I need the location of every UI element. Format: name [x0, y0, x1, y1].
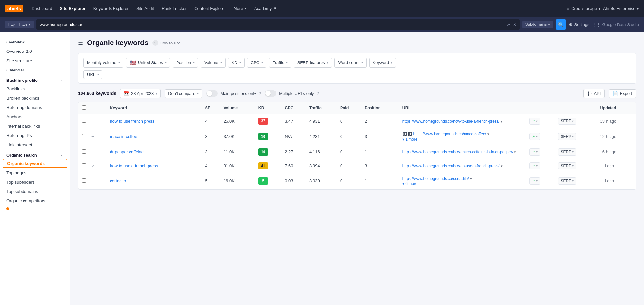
select-all-checkbox[interactable] [82, 105, 86, 110]
row-checkbox[interactable] [82, 134, 86, 138]
main-positions-toggle[interactable] [206, 90, 218, 97]
sidebar-item-top-pages[interactable]: Top pages [0, 168, 70, 177]
sidebar-item-backlinks[interactable]: Backlinks [0, 84, 70, 93]
nav-site-explorer[interactable]: Site Explorer [57, 4, 89, 13]
nav-enterprise[interactable]: Ahrefs Enterprise ▾ [603, 6, 639, 11]
col-paid[interactable]: Paid [338, 102, 362, 114]
filter-country[interactable]: 🇺🇸 United States ▾ [126, 58, 170, 68]
url-more-link[interactable]: ▾ 1 more [402, 137, 418, 142]
url-link[interactable]: https://www.homegrounds.co/maca-coffee/ [413, 132, 486, 136]
serp-button[interactable]: SERP ▾ [558, 177, 576, 185]
filter-volume[interactable]: Volume ▾ [201, 58, 225, 68]
col-checkbox[interactable] [78, 102, 89, 114]
row-checkbox[interactable] [82, 119, 86, 123]
sidebar-item-link-intersect[interactable]: Link intersect [0, 140, 70, 149]
filter-serp-features[interactable]: SERP features ▾ [294, 58, 332, 68]
nav-academy[interactable]: Academy ↗ [251, 4, 280, 13]
keyword-link[interactable]: how to use a french press [110, 163, 158, 168]
keyword-link[interactable]: how to use french press [110, 119, 154, 124]
google-data-studio[interactable]: ⋮⋮ Google Data Studio [592, 22, 639, 27]
keyword-link[interactable]: maca in coffee [110, 134, 137, 139]
nav-keywords-explorer[interactable]: Keywords Explorer [90, 4, 132, 13]
serp-button[interactable]: SERP ▾ [558, 118, 576, 125]
sidebar-item-calendar[interactable]: Calendar [0, 65, 70, 75]
col-traffic[interactable]: Traffic [307, 102, 338, 114]
url-link[interactable]: https://www.homegrounds.co/cortadito/ [402, 176, 469, 181]
url-chevron[interactable]: ▾ [501, 164, 503, 168]
url-more-link[interactable]: ▾ 6 more [402, 181, 418, 186]
col-url[interactable]: URL [400, 102, 598, 114]
row-add-btn[interactable]: + [91, 134, 94, 139]
serp-button[interactable]: SERP ▾ [558, 148, 576, 156]
sidebar-item-referring-ips[interactable]: Referring IPs [0, 131, 70, 140]
col-keyword[interactable]: Keyword [107, 102, 202, 114]
row-checkbox[interactable] [82, 163, 86, 167]
how-to-use-button[interactable]: ? How to use [152, 40, 181, 46]
filter-kd[interactable]: KD ▾ [228, 58, 245, 68]
row-add-btn[interactable]: ✓ [91, 163, 95, 168]
hamburger-icon[interactable]: ☰ [78, 39, 83, 46]
sidebar-item-overview[interactable]: Overview [0, 37, 70, 47]
trend-button[interactable]: ↗ ▾ [529, 148, 540, 156]
export-button[interactable]: 📄 Export [609, 89, 636, 98]
nav-rank-tracker[interactable]: Rank Tracker [159, 4, 190, 13]
keyword-link[interactable]: dr pepper caffeine [110, 149, 144, 154]
filter-word-count[interactable]: Word count ▾ [334, 58, 366, 68]
sidebar-item-referring-domains[interactable]: Referring domains [0, 103, 70, 112]
filter-monthly-volume[interactable]: Monthly volume ▾ [83, 58, 123, 68]
filter-url[interactable]: URL ▾ [83, 70, 102, 79]
close-icon[interactable]: ✕ [513, 22, 516, 27]
external-link-icon[interactable]: ↗ [507, 22, 510, 27]
multiple-urls-toggle[interactable] [265, 90, 276, 97]
col-updated[interactable]: Updated [598, 102, 636, 114]
url-link[interactable]: https://www.homegrounds.co/how-to-use-a-… [402, 119, 499, 124]
trend-button[interactable]: ↗ ▾ [529, 177, 540, 185]
filter-cpc[interactable]: CPC ▾ [247, 58, 266, 68]
sidebar-item-organic-competitors[interactable]: Organic competitors [0, 196, 70, 205]
url-link[interactable]: https://www.homegrounds.co/how-to-use-a-… [402, 164, 499, 168]
row-add-btn[interactable]: + [91, 178, 94, 184]
sidebar-item-internal-backlinks[interactable]: Internal backlinks [0, 121, 70, 131]
api-button[interactable]: { } API [583, 89, 605, 98]
row-checkbox[interactable] [82, 149, 86, 154]
sidebar-item-overview2[interactable]: Overview 2.0 [0, 47, 70, 56]
multiple-urls-help-icon[interactable]: ? [317, 91, 319, 96]
row-checkbox[interactable] [82, 178, 86, 183]
trend-button[interactable]: ↗ ▾ [529, 133, 540, 140]
compare-button[interactable]: Don't compare ▾ [165, 89, 202, 98]
url-link[interactable]: https://www.homegrounds.co/how-much-caff… [402, 150, 513, 154]
logo[interactable]: ahrefs [5, 5, 23, 12]
col-volume[interactable]: Volume [221, 102, 256, 114]
organic-section-arrow[interactable]: ▲ [60, 153, 63, 157]
url-chevron[interactable]: ▾ [487, 132, 489, 136]
col-sf[interactable]: SF [203, 102, 221, 114]
sidebar-item-top-subfolders[interactable]: Top subfolders [0, 177, 70, 187]
filter-position[interactable]: Position ▾ [173, 58, 198, 68]
main-positions-help-icon[interactable]: ? [259, 91, 261, 96]
date-button[interactable]: 📅 28 Apr 2023 ▾ [120, 89, 161, 98]
nav-dashboard[interactable]: Dashboard [28, 4, 55, 13]
col-cpc[interactable]: CPC [282, 102, 307, 114]
sidebar-item-site-structure[interactable]: Site structure [0, 56, 70, 65]
url-input[interactable] [40, 22, 504, 27]
row-add-btn[interactable]: + [91, 149, 94, 155]
sidebar-item-broken-backlinks[interactable]: Broken backlinks [0, 93, 70, 103]
col-position[interactable]: Position [362, 102, 400, 114]
filter-traffic[interactable]: Traffic ▾ [269, 58, 291, 68]
serp-button[interactable]: SERP ▾ [558, 133, 576, 140]
nav-content-explorer[interactable]: Content Explorer [191, 4, 229, 13]
protocol-button[interactable]: http + https ▾ [5, 21, 34, 28]
trend-button[interactable]: ↗ ▾ [529, 162, 540, 169]
nav-credits-usage[interactable]: 🖥 Credits usage ▾ [566, 6, 601, 11]
row-add-btn[interactable]: + [91, 118, 94, 124]
url-chevron[interactable]: ▾ [514, 150, 516, 154]
url-chevron[interactable]: ▾ [470, 177, 472, 181]
search-button[interactable]: 🔍 [556, 19, 566, 30]
url-chevron[interactable]: ▾ [501, 119, 503, 123]
sidebar-item-anchors[interactable]: Anchors [0, 112, 70, 121]
filter-keyword[interactable]: Keyword ▾ [369, 58, 396, 68]
settings-button[interactable]: ⚙ Settings [569, 22, 590, 27]
trend-button[interactable]: ↗ ▾ [529, 118, 540, 125]
sidebar-item-organic-keywords[interactable]: Organic keywords [3, 159, 67, 168]
nav-site-audit[interactable]: Site Audit [133, 4, 157, 13]
